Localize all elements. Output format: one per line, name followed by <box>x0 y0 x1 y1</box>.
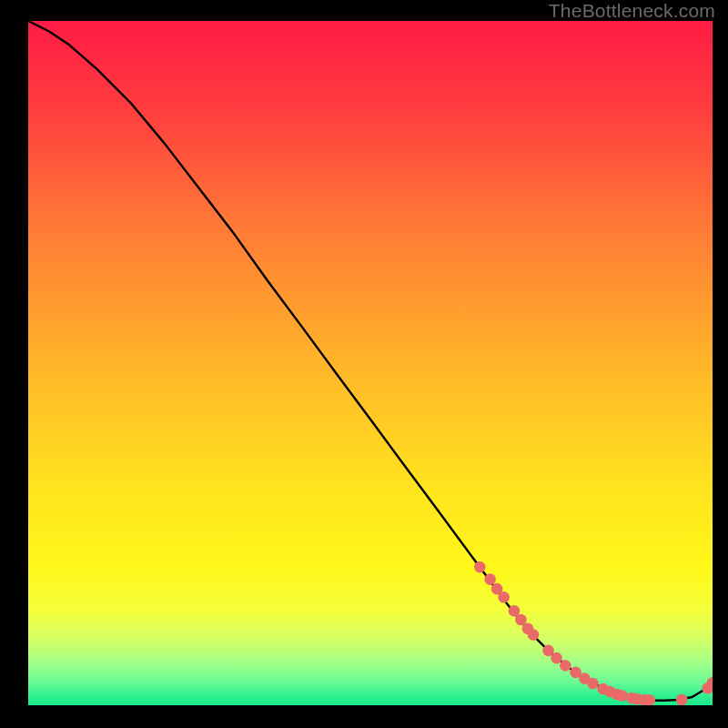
data-point <box>676 694 688 705</box>
plot-svg <box>28 21 713 705</box>
chart-container: TheBottleneck.com <box>0 0 728 728</box>
data-point <box>616 690 628 702</box>
watermark-text: TheBottleneck.com <box>549 0 715 22</box>
data-point <box>528 629 540 641</box>
data-point <box>587 678 599 690</box>
data-point <box>560 660 571 672</box>
data-point <box>474 561 486 573</box>
data-point <box>498 592 510 603</box>
plot-area <box>28 21 713 705</box>
data-point <box>484 573 496 585</box>
gradient-background <box>28 21 713 705</box>
data-point <box>551 652 562 664</box>
